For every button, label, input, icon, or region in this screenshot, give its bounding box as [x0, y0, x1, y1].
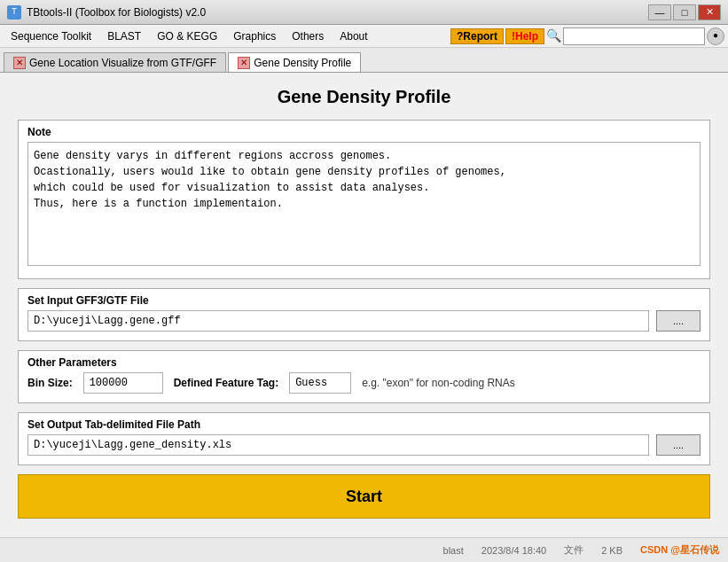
note-label: Note: [27, 126, 701, 138]
menu-blast[interactable]: BLAST: [100, 28, 148, 44]
params-row: Bin Size: Defined Feature Tag: e.g. "exo…: [27, 372, 701, 394]
start-button[interactable]: Start: [18, 474, 710, 519]
window-controls: — □ ✕: [648, 4, 721, 20]
status-filesize: 2 KB: [601, 545, 622, 556]
menu-bar: Sequence Toolkit BLAST GO & KEGG Graphic…: [0, 25, 728, 48]
feature-hint: e.g. "exon" for non-coding RNAs: [362, 377, 515, 389]
app-title: TBtools-II (Toolbox for Biologists) v2.0: [27, 6, 206, 19]
output-browse-button[interactable]: ....: [656, 434, 701, 456]
start-btn-container: Start: [18, 474, 710, 519]
menu-about[interactable]: About: [333, 28, 374, 44]
help-button[interactable]: !Help: [505, 28, 544, 44]
report-button[interactable]: ?Report: [450, 28, 504, 44]
input-browse-button[interactable]: ....: [656, 310, 701, 332]
input-file-row: ....: [27, 310, 701, 332]
tab-bar: ✕ Gene Location Visualize from GTF/GFF ✕…: [0, 48, 728, 73]
output-file-row: ....: [27, 434, 701, 456]
search-circle-button[interactable]: ●: [707, 27, 724, 45]
tab-close-gene-density[interactable]: ✕: [238, 57, 250, 69]
output-label: Set Output Tab-delimited File Path: [27, 418, 701, 431]
input-file-field[interactable]: [27, 310, 649, 332]
main-content: Gene Density Profile Note Set Input GFF3…: [0, 73, 728, 537]
menu-go-kegg[interactable]: GO & KEGG: [150, 28, 224, 44]
csdn-watermark: CSDN @星石传说: [640, 543, 719, 557]
feature-tag-input[interactable]: [289, 372, 351, 394]
bin-size-label: Bin Size:: [27, 377, 73, 389]
status-blast: blast: [443, 545, 464, 556]
tab-gene-location-label: Gene Location Visualize from GTF/GFF: [29, 57, 216, 69]
tab-gene-density-label: Gene Density Profile: [254, 57, 351, 69]
search-icon[interactable]: 🔍: [546, 28, 561, 43]
search-input[interactable]: [563, 27, 705, 45]
status-bar: blast 2023/8/4 18:40 文件 2 KB CSDN @星石传说: [0, 537, 728, 562]
minimize-button[interactable]: —: [648, 4, 671, 20]
status-datetime: 2023/8/4 18:40: [481, 545, 546, 556]
input-label: Set Input GFF3/GTF File: [27, 294, 701, 307]
tab-gene-location[interactable]: ✕ Gene Location Visualize from GTF/GFF: [4, 52, 226, 72]
note-textarea[interactable]: [27, 142, 701, 266]
app-icon: T: [7, 5, 21, 20]
menu-others[interactable]: Others: [285, 28, 331, 44]
maximize-button[interactable]: □: [673, 4, 696, 20]
menu-sequence-toolkit[interactable]: Sequence Toolkit: [4, 28, 98, 44]
page-title: Gene Density Profile: [18, 87, 710, 107]
output-section: Set Output Tab-delimited File Path ....: [18, 412, 710, 465]
title-bar-left: T TBtools-II (Toolbox for Biologists) v2…: [7, 5, 206, 20]
note-section: Note: [18, 120, 710, 279]
output-file-field[interactable]: [27, 434, 649, 456]
search-bar: 🔍 ●: [546, 27, 724, 45]
tab-gene-density[interactable]: ✕ Gene Density Profile: [228, 52, 361, 72]
feature-tag-label: Defined Feature Tag:: [174, 377, 278, 389]
params-label: Other Parameters: [27, 356, 701, 369]
params-section: Other Parameters Bin Size: Defined Featu…: [18, 350, 710, 403]
close-button[interactable]: ✕: [698, 4, 721, 20]
status-filetype: 文件: [564, 543, 583, 557]
title-bar: T TBtools-II (Toolbox for Biologists) v2…: [0, 0, 728, 25]
tab-close-gene-location[interactable]: ✕: [13, 57, 26, 69]
status-items: blast 2023/8/4 18:40 文件 2 KB CSDN @星石传说: [443, 543, 719, 557]
bin-size-input[interactable]: [83, 372, 163, 394]
input-section: Set Input GFF3/GTF File ....: [18, 288, 710, 341]
menu-graphics[interactable]: Graphics: [226, 28, 283, 44]
